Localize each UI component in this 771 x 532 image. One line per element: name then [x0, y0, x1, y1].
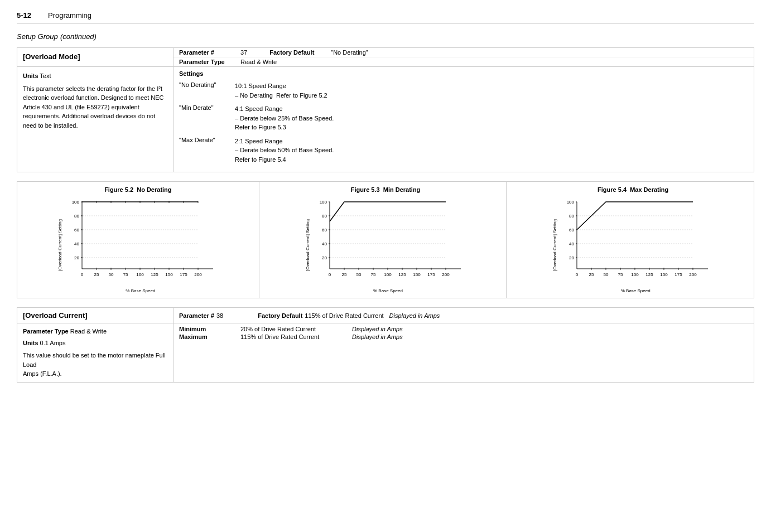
oc-factory-default-label: Factory Default	[258, 312, 302, 319]
svg-text:0: 0	[328, 272, 331, 277]
overload-current-body: Parameter Type Read & Write Units 0.1 Am…	[17, 323, 754, 382]
oc-minimum-label: Minimum	[179, 326, 240, 332]
oc-param-number-value: 38	[216, 312, 223, 319]
overload-current-settings: Minimum 20% of Drive Rated Current Displ…	[174, 323, 754, 382]
oc-param-type-label: Parameter Type	[23, 328, 69, 335]
svg-text:175: 175	[674, 272, 682, 277]
factory-default-value: "No Derating"	[331, 49, 368, 56]
svg-text:150: 150	[660, 272, 668, 277]
svg-text:20: 20	[74, 255, 79, 260]
figures-row: Figure 5.2 No Derating [Overload Current…	[17, 181, 754, 298]
figure-5-3-svg: 100 80 60 40 20 0 25 50 75 100 125	[310, 196, 466, 286]
svg-text:100: 100	[631, 272, 639, 277]
page-number: 5-12	[17, 11, 31, 20]
svg-text:75: 75	[618, 272, 623, 277]
figure-5-3-x-label: % Base Speed	[310, 288, 466, 293]
figure-5-4-chart-wrapper: [Overload Current] Setting 100 80 60 40 …	[552, 196, 714, 293]
oc-maximum-row: Maximum 115% of Drive Rated Current Disp…	[179, 333, 748, 340]
figure-5-4-cell: Figure 5.4 Max Derating [Overload Curren…	[512, 182, 754, 298]
page-header: 5-12 Programming	[17, 11, 754, 23]
svg-text:50: 50	[604, 272, 609, 277]
svg-text:80: 80	[569, 214, 574, 219]
units-label: Units	[23, 72, 38, 79]
figure-5-2-title: Figure 5.2 No Derating	[104, 186, 171, 193]
figure-5-2-x-label: % Base Speed	[62, 288, 219, 293]
figure-5-4-title: Figure 5.4 Max Derating	[597, 186, 668, 193]
overload-current-meta: Parameter # 38 Factory Default 115% of D…	[174, 308, 754, 323]
setting-desc-1: 4:1 Speed Range– Derate below 25% of Bas…	[235, 104, 334, 132]
svg-text:20: 20	[569, 255, 574, 260]
figure-5-2-cell: Figure 5.2 No Derating [Overload Current…	[17, 182, 259, 298]
page-section: Programming	[48, 11, 91, 20]
overload-mode-description: Units Text This parameter selects the de…	[17, 67, 174, 172]
svg-text:25: 25	[589, 272, 594, 277]
oc-maximum-note: Displayed in Amps	[352, 333, 403, 340]
svg-text:100: 100	[384, 272, 392, 277]
oc-param-number: Parameter # 38	[179, 312, 223, 319]
svg-text:40: 40	[569, 241, 574, 246]
svg-text:100: 100	[567, 200, 575, 205]
svg-text:40: 40	[322, 241, 327, 246]
oc-minimum-value: 20% of Drive Rated Current	[240, 326, 352, 332]
figure-5-3-y-label: [Overload Current] Setting	[305, 219, 310, 271]
oc-factory-default: Factory Default 115% of Drive Rated Curr…	[258, 312, 440, 319]
oc-maximum-label: Maximum	[179, 333, 240, 340]
figure-5-4-x-label: % Base Speed	[557, 288, 714, 293]
svg-text:150: 150	[165, 272, 173, 277]
settings-header-row: Settings	[179, 70, 748, 77]
svg-text:60: 60	[569, 228, 574, 233]
overload-current-title: [Overload Current]	[17, 308, 174, 323]
figure-5-3-cell: Figure 5.3 Min Derating [Overload Curren…	[265, 182, 507, 298]
figure-5-2-y-label: [Overload Current] Setting	[57, 219, 62, 271]
units-value: Text	[40, 72, 51, 79]
figure-5-4-y-label: [Overload Current] Setting	[552, 219, 557, 271]
svg-text:175: 175	[427, 272, 435, 277]
param-type-row: Parameter Type Read & Write	[174, 57, 754, 66]
figure-5-4-svg: 100 80 60 40 20 0 25 50 75 100 125	[557, 196, 714, 286]
oc-desc-line2: Amps (F.L.A.).	[23, 369, 167, 379]
units-row: Units Text	[23, 71, 167, 81]
overload-mode-desc-text: This parameter selects the derating fact…	[23, 84, 167, 130]
setting-row-1: "Min Derate" 4:1 Speed Range– Derate bel…	[179, 104, 748, 132]
overload-current-block: [Overload Current] Parameter # 38 Factor…	[17, 307, 754, 383]
svg-text:175: 175	[180, 272, 187, 277]
overload-current-description: Parameter Type Read & Write Units 0.1 Am…	[17, 323, 174, 382]
svg-text:60: 60	[322, 228, 327, 233]
oc-minimum-row: Minimum 20% of Drive Rated Current Displ…	[179, 326, 748, 332]
setting-desc-2: 2:1 Speed Range– Derate below 50% of Bas…	[235, 137, 334, 165]
oc-factory-default-value: 115% of Drive Rated Current	[305, 312, 383, 319]
svg-text:150: 150	[413, 272, 421, 277]
svg-text:200: 200	[689, 272, 697, 277]
setting-row-2: "Max Derate" 2:1 Speed Range– Derate bel…	[179, 137, 748, 165]
svg-text:100: 100	[319, 200, 327, 205]
svg-text:50: 50	[108, 272, 113, 277]
param-number-value: 37	[240, 49, 247, 56]
factory-default-label: Factory Default	[269, 49, 331, 56]
overload-current-header: [Overload Current] Parameter # 38 Factor…	[17, 308, 754, 323]
svg-text:25: 25	[94, 272, 99, 277]
overload-mode-header-row: [Overload Mode] Parameter # 37 Factory D…	[17, 48, 754, 67]
overload-mode-title: [Overload Mode]	[17, 48, 174, 66]
figure-5-3-title: Figure 5.3 Min Derating	[351, 186, 421, 193]
svg-text:60: 60	[74, 228, 79, 233]
oc-param-type-value: Read & Write	[70, 328, 107, 335]
param-number-row: Parameter # 37 Factory Default "No Derat…	[174, 48, 754, 57]
setting-value-2: "Max Derate"	[179, 137, 235, 143]
settings-area: Settings "No Derating" 10:1 Speed Range–…	[174, 67, 754, 172]
svg-text:200: 200	[442, 272, 450, 277]
svg-text:50: 50	[356, 272, 361, 277]
oc-maximum-value: 115% of Drive Rated Current	[240, 333, 352, 340]
oc-desc-line1: This value should be set to the motor na…	[23, 351, 167, 369]
figure-5-2-svg: 100 80 60 40 20 0 25 50 75 100 125	[62, 196, 219, 286]
setting-value-0: "No Derating"	[179, 81, 235, 88]
svg-text:100: 100	[136, 272, 144, 277]
svg-text:25: 25	[341, 272, 346, 277]
setting-value-1: "Min Derate"	[179, 104, 235, 111]
setting-row-0: "No Derating" 10:1 Speed Range– No Derat…	[179, 81, 748, 100]
svg-text:200: 200	[194, 272, 202, 277]
figure-5-2-chart-wrapper: [Overload Current] Setting 100 80 60 40	[57, 196, 219, 293]
param-number-label: Parameter #	[179, 49, 240, 56]
figure-5-3-chart-wrapper: [Overload Current] Setting 100 80 60 40 …	[305, 196, 466, 293]
svg-text:75: 75	[370, 272, 375, 277]
figure-5-4-line	[577, 202, 693, 230]
